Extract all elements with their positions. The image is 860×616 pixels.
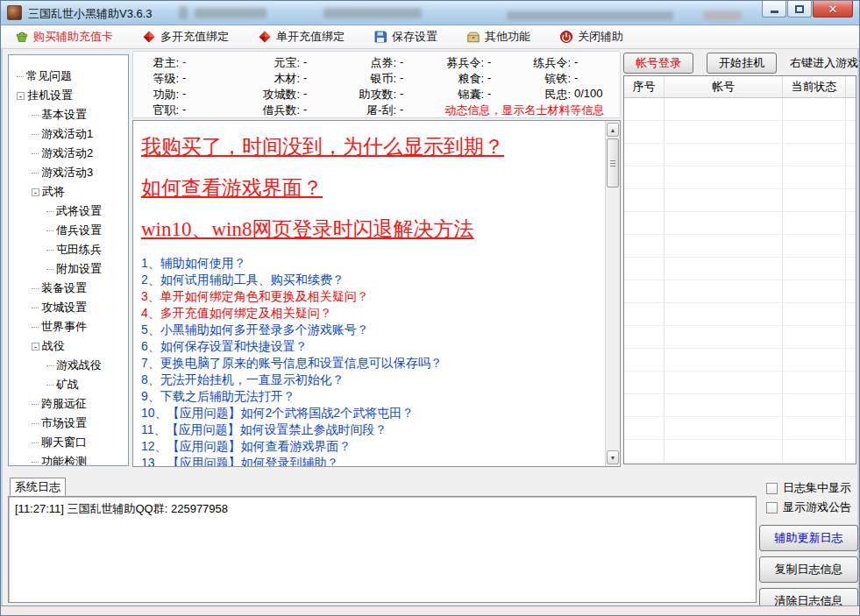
faq-item-link[interactable]: 7、更换电脑了原来的账号信息和设置信息可以保存吗？	[141, 355, 601, 372]
sidebar-item[interactable]: 世界事件	[9, 317, 128, 336]
sidebar-item[interactable]: 攻城设置	[9, 298, 128, 317]
sidebar-item[interactable]: 游戏活动2	[9, 144, 128, 163]
window-title: 三国乱世小黑辅助V3.6.3	[28, 6, 153, 22]
faq-item-link[interactable]: 2、如何试用辅助工具、购买和续费？	[141, 272, 601, 288]
sidebar-item[interactable]: 装备设置	[9, 279, 128, 298]
table-cell	[846, 440, 856, 462]
start-hangup-button[interactable]: 开始挂机	[707, 53, 777, 74]
log-box[interactable]: [11:27:11] 三国乱世辅助QQ群: 225977958	[8, 496, 757, 603]
sidebar-item[interactable]: 矿战	[9, 375, 128, 394]
table-row[interactable]	[624, 212, 856, 235]
close-assistant-button[interactable]: 关闭辅助	[557, 27, 626, 46]
faq-item-link[interactable]: 9、下载之后辅助无法打开？	[141, 388, 601, 405]
table-row[interactable]	[624, 417, 856, 440]
faq-item-link[interactable]: 8、无法开始挂机，一直显示初始化？	[141, 372, 601, 388]
faq-item-link[interactable]: 5、小黑辅助如何多开登录多个游戏账号？	[141, 322, 601, 338]
sidebar-item-label: 游戏战役	[56, 358, 102, 373]
table-row[interactable]	[624, 235, 856, 258]
log-option-checkbox[interactable]: 日志集中显示	[758, 478, 858, 498]
stat-value: 0/100	[574, 87, 603, 103]
table-row[interactable]	[624, 98, 856, 121]
sidebar-item[interactable]: 游戏活动1	[9, 124, 128, 144]
single-open-recharge-bind-button[interactable]: 单开充值绑定	[255, 27, 347, 46]
sidebar-item[interactable]: -挂机设置	[9, 86, 128, 105]
tab-system-log[interactable]: 系统日志	[10, 478, 66, 496]
table-row[interactable]	[624, 258, 856, 280]
collapse-toggle-icon[interactable]: -	[32, 343, 39, 350]
sidebar-item[interactable]: 武将设置	[9, 202, 128, 221]
sidebar-item[interactable]: 聊天窗口	[9, 433, 128, 452]
table-row[interactable]	[624, 303, 856, 326]
faq-item-link[interactable]: 10、【应用问题】如何2个武将国战2个武将屯田？	[141, 405, 601, 421]
sidebar-item[interactable]: 功能检测	[9, 452, 128, 466]
stat-value: -	[400, 55, 403, 71]
table-cell	[665, 144, 783, 166]
table-cell	[624, 326, 665, 348]
table-cell	[783, 417, 846, 439]
faq-heading-link[interactable]: 如何查看游戏界面？	[141, 174, 601, 202]
collapse-toggle-icon[interactable]: -	[17, 92, 25, 100]
close-button[interactable]: ✕	[813, 1, 853, 18]
table-row[interactable]	[624, 349, 856, 372]
sidebar-item[interactable]: -战役	[9, 336, 128, 356]
stat-value: -	[303, 87, 307, 103]
account-table-body[interactable]	[624, 98, 856, 463]
scroll-down-button[interactable]: ▼	[607, 450, 619, 464]
dynamic-info-text: 动态信息，显示名士材料等信息	[430, 103, 620, 118]
checkbox-label: 显示游戏公告	[783, 499, 851, 515]
sidebar-item-label: 基本设置	[41, 107, 87, 123]
account-table-header: 序号帐号当前状态	[624, 76, 856, 98]
update-log-button[interactable]: 辅助更新日志	[759, 525, 858, 551]
faq-item-link[interactable]: 3、单开如何绑定角色和更换及相关疑问？	[141, 288, 601, 305]
table-row[interactable]	[624, 372, 856, 394]
faq-item-link[interactable]: 6、如何保存设置和快捷设置？	[141, 338, 601, 355]
account-table[interactable]: 序号帐号当前状态	[623, 75, 856, 464]
multi-open-recharge-bind-button[interactable]: 多开充值绑定	[139, 27, 231, 46]
sidebar-item[interactable]: 借兵设置	[9, 221, 128, 240]
table-row[interactable]	[624, 121, 856, 144]
buy-recharge-card-button[interactable]: 购买辅助充值卡	[12, 27, 116, 46]
scroll-up-button[interactable]: ▲	[607, 123, 619, 137]
sidebar-item[interactable]: 基本设置	[9, 105, 128, 124]
sidebar-item[interactable]: -武将	[9, 182, 128, 202]
stat-label: 等级:	[133, 71, 179, 87]
faq-item-link[interactable]: 13、【应用问题】如何登录到辅助？	[141, 455, 601, 466]
table-row[interactable]	[624, 166, 856, 189]
faq-item-link[interactable]: 1、辅助如何使用？	[141, 255, 601, 272]
faq-heading-link[interactable]: 我购买了，时间没到，为什么显示到期？	[141, 133, 601, 160]
copy-log-button[interactable]: 复制日志信息	[759, 556, 858, 583]
diamond-icon	[258, 30, 272, 44]
sidebar-item[interactable]: 市场设置	[9, 414, 128, 433]
faq-item-link[interactable]: 12、【应用问题】如何查看游戏界面？	[141, 438, 601, 455]
faq-item-link[interactable]: 11、【应用问题】如何设置禁止参战时间段？	[141, 421, 601, 438]
maximize-button[interactable]	[787, 1, 812, 18]
sidebar-item[interactable]: 屯田练兵	[9, 240, 128, 259]
table-row[interactable]	[624, 280, 856, 303]
stat-label: 募兵令:	[430, 55, 484, 71]
checkbox-icon[interactable]	[766, 502, 778, 513]
faq-heading-link[interactable]: win10、win8网页登录时闪退解决方法	[141, 216, 601, 243]
table-row[interactable]	[624, 440, 856, 463]
sidebar-item[interactable]: 附加设置	[9, 259, 128, 279]
save-settings-button[interactable]: 保存设置	[371, 27, 440, 46]
minimize-button[interactable]	[762, 1, 786, 18]
faq-item-link[interactable]: 4、多开充值如何绑定及相关疑问？	[141, 305, 601, 322]
checkbox-icon[interactable]	[766, 483, 778, 494]
table-row[interactable]	[624, 144, 856, 166]
tree-connector	[46, 211, 53, 212]
scroll-thumb[interactable]	[607, 138, 619, 188]
sidebar-item[interactable]: 常见问题	[9, 67, 128, 86]
faq-scrollbar[interactable]: ▲ ▼	[605, 121, 620, 466]
collapse-toggle-icon[interactable]: -	[32, 188, 39, 196]
table-row[interactable]	[624, 326, 856, 349]
account-login-button[interactable]: 帐号登录	[623, 53, 693, 74]
log-option-checkbox[interactable]: 显示游戏公告	[758, 498, 858, 517]
table-row[interactable]	[624, 394, 856, 417]
sidebar-item[interactable]: 游戏战役	[9, 356, 128, 375]
sidebar-item[interactable]: 跨服远征	[9, 394, 128, 414]
table-cell	[624, 417, 665, 439]
sidebar-item[interactable]: 游戏活动3	[9, 163, 128, 182]
other-functions-button[interactable]: 其他功能	[464, 27, 533, 46]
table-row[interactable]	[624, 189, 856, 212]
table-cell	[846, 189, 856, 211]
